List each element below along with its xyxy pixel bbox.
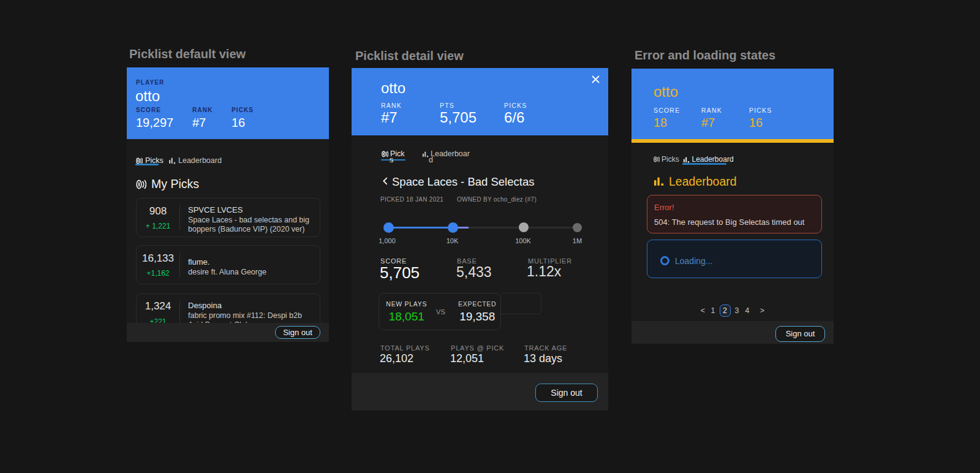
stat-picks-label: PICKS [232,107,254,114]
tab-leaderboard[interactable]: Leaderboard [168,156,222,165]
total-plays-value: 26,102 [380,352,413,365]
multiplier-value: 1.12x [527,263,561,280]
stat-rank: RANK #7 [192,107,213,130]
page-button-3[interactable]: 3 [732,306,742,315]
vs-label: VS [434,308,448,316]
stat-pts-value: 5,705 [440,109,477,127]
slider-dot-1m[interactable] [573,223,582,232]
new-plays-label: NEW PLAYS [379,300,434,308]
error-alert: Error! 504: The request to Big Selectas … [647,195,822,233]
new-plays-value: 18,051 [379,310,434,324]
pick-score: 908 [149,205,167,218]
panel3-title: Error and loading states [635,48,775,62]
new-plays: NEW PLAYS 18,051 [379,300,434,324]
base-value: 5,433 [456,264,492,281]
spinner-icon [660,256,669,265]
stat-score-value: 18 [654,115,680,130]
player-header-card: PLAYER otto SCORE 19,297 RANK #7 PICKS 1… [127,67,329,139]
leaderboard-heading: Leaderboard [654,175,737,189]
next-page-button[interactable]: > [758,306,767,315]
page-button-4[interactable]: 4 [742,306,753,315]
active-tab-underline [682,163,726,165]
pick-delta: + 1,221 [146,222,170,230]
owned-by: OWNED BY ocho_diez (#7) [457,196,537,203]
my-picks-heading: My Picks [136,177,199,191]
broadcast-icon [136,157,143,164]
stat-score-label: SCORE [136,107,173,114]
sign-out-button[interactable]: Sign out [775,326,825,342]
picked-date: PICKED 18 JAN 2021 [380,196,443,203]
pick-card[interactable]: 16,133 +1,162 flume. desire ft. Aluna Ge… [136,245,320,284]
total-plays-label: TOTAL PLAYS [380,344,430,352]
pick-artist: flume. [188,257,312,267]
pick-score-col: 908 + 1,221 [137,199,179,236]
slider-label-1m: 1M [573,237,582,244]
loading-label: Loading... [675,256,713,266]
pick-card[interactable]: 908 + 1,221 SPVCE LVCES Space Laces - ba… [136,198,320,237]
pick-info-col: flume. desire ft. Aluna George [180,246,320,284]
slider-dot-1000[interactable] [383,222,394,233]
slider-dot-10k[interactable] [448,222,458,233]
stat-rank-value: #7 [381,109,402,127]
pick-artist: SPVCE LVCES [188,205,312,214]
stat-score: SCORE 19,297 [136,107,173,130]
page-2-label: 2 [723,306,727,315]
player-header-card: otto RANK #7 PTS 5,705 PICKS 6/6 [352,68,608,135]
tab-leaderboard-label: Leaderboard [692,155,734,164]
prev-page-button[interactable]: < [698,306,708,315]
stat-rank-label: RANK [381,102,402,109]
pick-track: desire ft. Aluna George [188,268,312,277]
stat-score: SCORE 18 [654,107,680,130]
broadcast-icon [654,156,660,162]
back-button[interactable] [380,176,391,186]
stat-score-value: 19,297 [136,115,173,130]
active-tab-underline [135,164,159,165]
stat-rank: RANK #7 [381,102,402,127]
plays-comparison-box: NEW PLAYS 18,051 VS EXPECTED 19,358 [379,293,501,330]
tab-leaderboard-label-line1: Leaderboar [431,149,470,158]
close-icon[interactable] [591,75,600,84]
slider-label-10k: 10K [447,237,459,244]
slider-label-100k: 100K [515,237,531,244]
loading-panel: Loading... [647,240,822,278]
sign-out-button[interactable]: Sign out [275,326,320,339]
player-name: otto [381,80,405,97]
stat-rank-value: #7 [192,115,213,130]
panel-states-view: otto SCORE 18 RANK #7 PICKS 16 Picks [631,69,834,344]
stat-picks-value: 16 [232,115,254,130]
tab-leaderboard[interactable]: Leaderboard [683,155,734,164]
leaderboard-title: Leaderboard [669,175,737,189]
error-title: Error! [654,203,674,212]
stat-score-label: SCORE [654,107,680,114]
page-button-1[interactable]: 1 [708,306,718,315]
stat-pts: PTS 5,705 [440,102,477,127]
score-value: 5,705 [380,263,420,282]
track-age-value: 13 days [524,352,562,365]
pick-score: 1,324 [145,300,172,312]
stat-pts-label: PTS [440,102,477,109]
stat-rank-label: RANK [192,107,213,114]
player-name: otto [135,88,160,105]
slider-dot-100k[interactable] [519,222,529,232]
page-button-2-active[interactable]: 2 [720,305,731,317]
stat-picks: PICKS 16 [749,107,772,130]
bar-chart-icon [654,176,664,187]
bar-chart-icon [683,156,690,163]
slider-active-segment [388,227,453,229]
panel1-title: Picklist default view [129,47,246,61]
stat-rank: RANK #7 [701,107,722,130]
my-picks-title: My Picks [151,177,199,191]
expected-plays: EXPECTED 19,358 [454,300,500,324]
bar-chart-icon [422,151,429,157]
tab-picks-label: Picks [662,155,679,164]
pick-info-col: SPVCE LVCES Space Laces - bad selectas a… [180,199,320,236]
sign-out-button[interactable]: Sign out [535,384,598,402]
stat-rank-label: RANK [701,107,722,114]
panel-default-view: PLAYER otto SCORE 19,297 RANK #7 PICKS 1… [127,67,329,342]
plays-at-pick-label: PLAYS @ PICK [451,344,504,352]
tab-picks[interactable]: Picks [654,155,679,164]
ghost-box [501,293,541,314]
track-title: Space Laces - Bad Selectas [392,175,534,189]
track-age-label: TRACK AGE [524,344,567,352]
error-message: 504: The request to Big Selectas timed o… [654,218,804,227]
